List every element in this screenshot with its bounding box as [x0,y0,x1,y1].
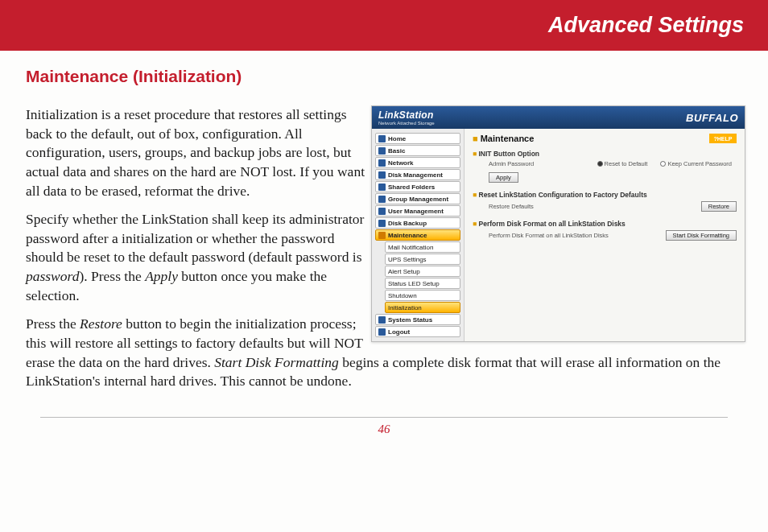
row-restore-defaults: Restore Defaults Restore [473,201,737,212]
restore-button[interactable]: Restore [701,201,737,212]
apply-button[interactable]: Apply [489,172,518,183]
document-page: Advanced Settings Maintenance (Initializ… [0,0,768,532]
nav-disk-backup[interactable]: Disk Backup [375,217,460,229]
section-title-reset: Reset LinkStation Configuration to Facto… [473,191,737,199]
label-admin-password: Admin Password [489,160,534,167]
nav-shared-folders[interactable]: Shared Folders [375,181,460,192]
brand-left-text: LinkStation [378,109,434,121]
row-admin-password: Admin Password Reset to Default Keep Cur… [473,160,737,167]
main-panel: ?HELP Maintenance INIT Button Option Adm… [465,129,745,341]
screenshot-body: Home Basic Network Disk Management Share… [372,129,745,341]
nav-network[interactable]: Network [375,157,460,168]
em-apply: Apply [145,268,178,284]
em-start-disk-formatting: Start Disk Formatting [214,354,339,370]
screenshot-header: LinkStation Network Attached Storage BUF… [372,106,745,129]
banner-title: Advanced Settings [548,13,744,38]
brand-left-sub: Network Attached Storage [378,121,435,126]
nav-status-led-setup[interactable]: Status LED Setup [385,278,460,289]
label-disk-format: Perform Disk Format on all LinkStation D… [489,232,609,239]
content-area: Maintenance (Initialization) LinkStation… [0,51,768,401]
em-password: password [26,268,79,284]
section-reset-config: Reset LinkStation Configuration to Facto… [473,191,737,212]
section-heading: Maintenance (Initialization) [26,67,745,86]
nav-basic[interactable]: Basic [375,145,460,156]
brand-left: LinkStation Network Attached Storage [378,109,435,126]
radio-reset-default[interactable]: Reset to Default [597,160,648,167]
panel-heading: Maintenance [473,134,737,143]
row-disk-format: Perform Disk Format on all LinkStation D… [473,230,737,241]
nav-home[interactable]: Home [375,133,460,144]
page-number: 46 [0,423,768,436]
section-init-button: INIT Button Option Admin Password Reset … [473,150,737,183]
nav-system-status[interactable]: System Status [375,314,460,325]
banner: Advanced Settings [0,0,768,51]
nav-shutdown[interactable]: Shutdown [385,290,460,301]
section-title-format: Perform Disk Format on all LinkStation D… [473,220,737,228]
nav-mail-notification[interactable]: Mail Notification [385,241,460,253]
brand-right: BUFFALO [686,112,738,124]
nav-ups-settings[interactable]: UPS Settings [385,254,460,265]
start-disk-formatting-button[interactable]: Start Disk Formatting [666,230,737,241]
nav-maintenance[interactable]: Maintenance [375,229,460,241]
help-button[interactable]: ?HELP [709,134,737,143]
sidebar-nav: Home Basic Network Disk Management Share… [372,129,465,341]
em-restore: Restore [80,315,122,332]
section-disk-format: Perform Disk Format on all LinkStation D… [473,220,737,241]
nav-disk-management[interactable]: Disk Management [375,169,460,180]
nav-logout[interactable]: Logout [375,326,460,337]
radio-keep-current[interactable]: Keep Current Password [660,160,732,167]
nav-group-management[interactable]: Group Management [375,193,460,204]
footer-rule [40,417,728,418]
nav-initialization[interactable]: Initialization [385,302,460,313]
embedded-screenshot: LinkStation Network Attached Storage BUF… [371,105,745,342]
section-title-init: INIT Button Option [473,150,737,158]
label-restore-defaults: Restore Defaults [489,203,534,210]
nav-alert-setup[interactable]: Alert Setup [385,266,460,277]
nav-user-management[interactable]: User Management [375,205,460,217]
